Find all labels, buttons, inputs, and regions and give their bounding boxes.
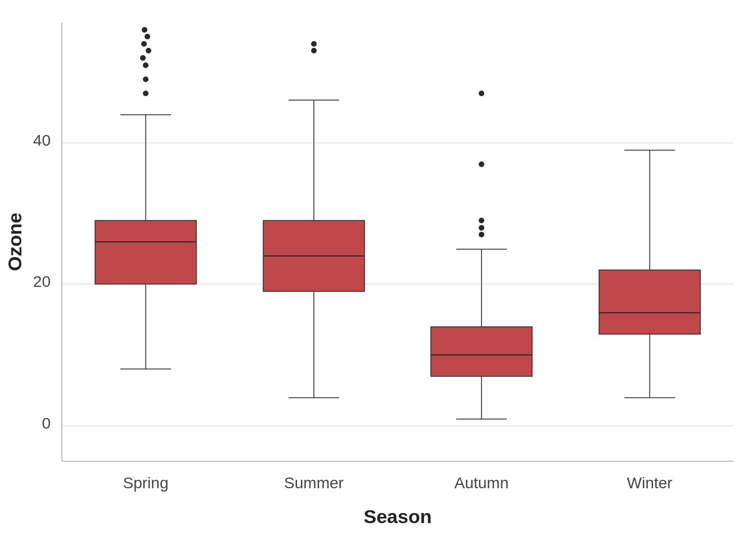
svg-point-28 [479, 232, 484, 237]
x-tick-summer: Summer [284, 474, 344, 492]
y-tick-40: 40 [33, 132, 51, 149]
y-tick-20: 20 [33, 273, 51, 290]
svg-point-8 [143, 62, 148, 68]
svg-point-10 [146, 48, 151, 53]
svg-rect-4 [95, 220, 196, 284]
svg-point-32 [479, 91, 484, 96]
svg-point-20 [311, 48, 317, 53]
svg-point-7 [143, 76, 148, 82]
svg-rect-26 [431, 327, 532, 376]
svg-point-6 [143, 91, 148, 96]
svg-point-21 [311, 41, 317, 47]
svg-point-12 [145, 34, 150, 39]
svg-point-29 [479, 225, 484, 231]
svg-point-31 [479, 161, 484, 167]
svg-point-11 [141, 41, 147, 47]
svg-rect-37 [599, 270, 700, 334]
svg-point-30 [479, 218, 484, 223]
x-axis-label: Season [364, 506, 432, 527]
x-tick-winter: Winter [627, 474, 673, 492]
svg-point-9 [140, 55, 146, 61]
svg-point-13 [142, 27, 147, 33]
x-tick-spring: Spring [123, 474, 169, 492]
chart-container: 0 20 40 Ozone [0, 0, 756, 540]
y-axis-label: Ozone [4, 213, 25, 271]
y-tick-0: 0 [42, 415, 51, 432]
x-tick-autumn: Autumn [454, 474, 509, 492]
boxplot-chart: 0 20 40 Ozone [0, 0, 756, 540]
